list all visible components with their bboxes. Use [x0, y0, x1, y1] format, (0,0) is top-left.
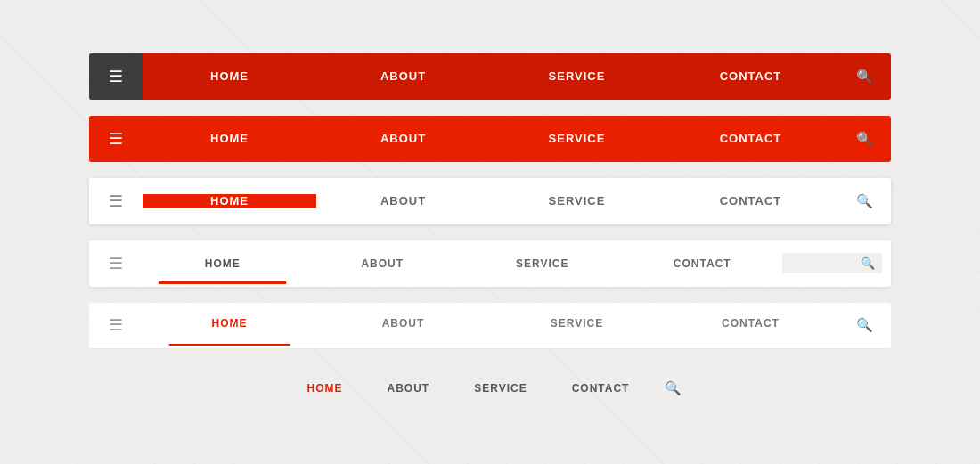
nav-links-4: HOME ABOUT SERVICE CONTACT [143, 257, 782, 270]
navbar-5: ☰ HOME ABOUT SERVICE CONTACT 🔍 [89, 303, 891, 349]
navbar-2: ☰ HOME ABOUT SERVICE CONTACT 🔍 [89, 116, 891, 162]
nav-home-4[interactable]: HOME [143, 257, 303, 270]
nav-service-2[interactable]: SERVICE [490, 132, 664, 145]
nav-home-1[interactable]: HOME [143, 69, 316, 83]
hamburger-icon-4: ☰ [109, 254, 123, 273]
search-button-1[interactable]: 🔍 [837, 69, 891, 85]
hamburger-icon-1: ☰ [109, 67, 123, 86]
search-icon-3: 🔍 [856, 193, 873, 209]
nav-links-6: HOME ABOUT SERVICE CONTACT 🔍 [298, 380, 682, 396]
nav-about-4[interactable]: ABOUT [303, 257, 463, 270]
nav-contact-6[interactable]: CONTACT [563, 382, 639, 395]
hamburger-menu-2[interactable]: ☰ [89, 116, 143, 162]
nav-links-1: HOME ABOUT SERVICE CONTACT [143, 69, 837, 83]
nav-links-5: HOME ABOUT SERVICE CONTACT [143, 317, 837, 333]
nav-service-4[interactable]: SERVICE [462, 257, 623, 270]
search-icon-5: 🔍 [856, 317, 873, 333]
search-icon-4: 🔍 [861, 256, 875, 270]
nav-service-5[interactable]: SERVICE [490, 317, 664, 333]
hamburger-menu-1[interactable]: ☰ [89, 53, 143, 100]
navbar-3: ☰ HOME ABOUT SERVICE CONTACT 🔍 [89, 178, 891, 224]
nav-contact-3[interactable]: CONTACT [664, 194, 837, 208]
hamburger-menu-4[interactable]: ☰ [89, 240, 143, 287]
nav-home-5[interactable]: HOME [143, 317, 316, 333]
search-icon-1: 🔍 [856, 69, 873, 85]
navbars-container: ☰ HOME ABOUT SERVICE CONTACT 🔍 ☰ HOME AB… [89, 53, 891, 411]
nav-links-2: HOME ABOUT SERVICE CONTACT [143, 132, 837, 145]
navbar-4: ☰ HOME ABOUT SERVICE CONTACT 🔍 [89, 240, 891, 287]
nav-about-5[interactable]: ABOUT [316, 317, 490, 333]
search-input-4[interactable] [789, 257, 861, 270]
nav-contact-5[interactable]: CONTACT [664, 317, 837, 333]
search-button-5[interactable]: 🔍 [837, 317, 891, 333]
search-icon-2: 🔍 [856, 131, 873, 147]
nav-about-2[interactable]: ABOUT [316, 132, 490, 145]
nav-about-1[interactable]: ABOUT [316, 69, 490, 83]
nav-service-6[interactable]: SERVICE [465, 382, 535, 395]
search-icon-6: 🔍 [665, 380, 682, 396]
nav-contact-4[interactable]: CONTACT [623, 257, 783, 270]
nav-service-1[interactable]: SERVICE [490, 69, 664, 83]
nav-about-6[interactable]: ABOUT [379, 382, 439, 395]
search-button-6[interactable]: 🔍 [665, 380, 682, 396]
navbar-1: ☰ HOME ABOUT SERVICE CONTACT 🔍 [89, 53, 891, 100]
nav-service-3[interactable]: SERVICE [490, 194, 664, 208]
nav-home-6[interactable]: HOME [298, 382, 352, 395]
nav-contact-2[interactable]: CONTACT [664, 132, 837, 145]
nav-links-3: HOME ABOUT SERVICE CONTACT [143, 194, 837, 208]
nav-contact-1[interactable]: CONTACT [664, 69, 837, 83]
hamburger-icon-5: ☰ [109, 315, 123, 335]
nav-home-3[interactable]: HOME [143, 194, 316, 208]
nav-home-2[interactable]: HOME [143, 132, 316, 145]
hamburger-menu-3[interactable]: ☰ [89, 178, 143, 224]
nav-about-3[interactable]: ABOUT [316, 194, 490, 208]
search-box-4[interactable]: 🔍 [782, 253, 882, 273]
search-button-2[interactable]: 🔍 [837, 131, 891, 147]
hamburger-icon-3: ☰ [109, 191, 123, 211]
navbar-6: HOME ABOUT SERVICE CONTACT 🔍 [89, 365, 891, 411]
hamburger-icon-2: ☰ [109, 129, 123, 149]
search-button-3[interactable]: 🔍 [837, 193, 891, 209]
hamburger-menu-5[interactable]: ☰ [89, 315, 143, 335]
